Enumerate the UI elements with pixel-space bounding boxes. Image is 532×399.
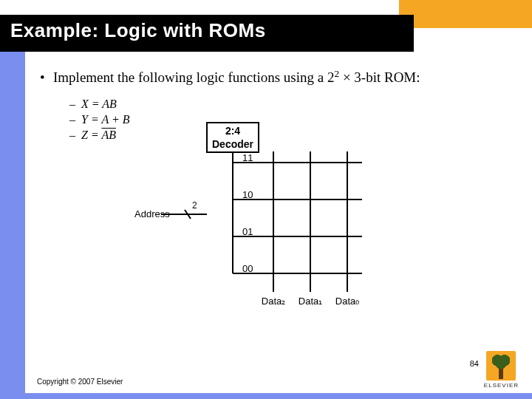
side-stripe bbox=[0, 52, 25, 399]
address-width: 2 bbox=[192, 200, 197, 211]
equation-z-lhs: Z = bbox=[81, 129, 101, 141]
decoder-label-top: 2:4 bbox=[225, 125, 240, 137]
address-label: Address bbox=[134, 208, 170, 219]
bullet-text-prefix: Implement the following logic functions … bbox=[53, 69, 334, 85]
bullet-text-suffix: × 3-bit ROM: bbox=[339, 69, 420, 85]
equation-z-overbar: AB bbox=[101, 129, 116, 141]
main-bullet: Implement the following logic functions … bbox=[40, 68, 517, 87]
output-data1: Data₁ bbox=[299, 296, 322, 307]
header-accent bbox=[399, 0, 532, 28]
row-label-01: 01 bbox=[242, 226, 253, 237]
row-label-11: 11 bbox=[242, 152, 253, 163]
publisher-name: ELSEVIER bbox=[484, 382, 519, 389]
copyright-text: Copyright © 2007 Elsevier bbox=[37, 378, 123, 386]
row-label-10: 10 bbox=[242, 189, 253, 200]
rom-diagram: 2:4 Decoder 2 Address 11 10 01 00 Data₂ … bbox=[133, 118, 399, 325]
tree-icon bbox=[486, 351, 516, 381]
decoder-label-bottom: Decoder bbox=[212, 138, 254, 150]
equation-x: X = AB bbox=[69, 98, 517, 111]
output-data2: Data₂ bbox=[262, 296, 285, 307]
output-data0: Data₀ bbox=[335, 296, 359, 307]
slide-title: Example: Logic with ROMs bbox=[10, 19, 266, 42]
bottom-stripe bbox=[0, 393, 532, 399]
page-number: 84 bbox=[470, 359, 479, 368]
row-label-00: 00 bbox=[242, 263, 253, 274]
publisher-logo: ELSEVIER bbox=[484, 351, 519, 389]
